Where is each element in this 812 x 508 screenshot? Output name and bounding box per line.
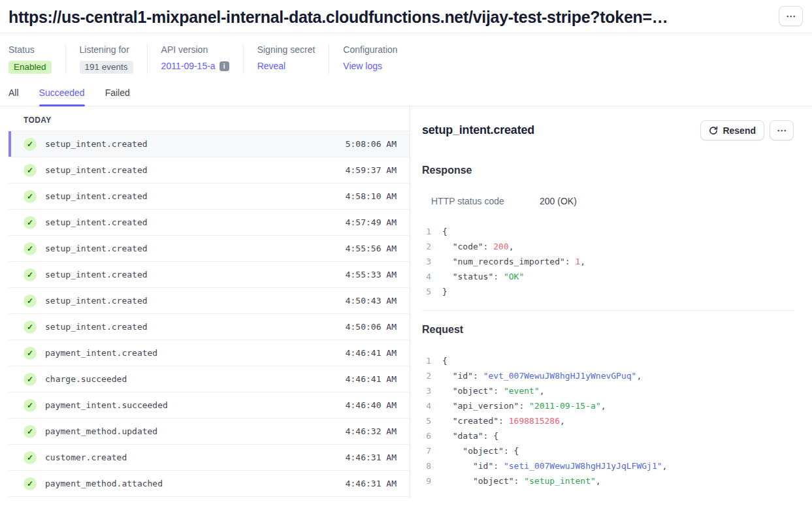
line-content: "object": {	[442, 443, 519, 458]
code-line: 5 "created": 1698815286,	[422, 413, 794, 428]
line-number: 9	[422, 473, 431, 488]
event-row[interactable]: ✓payment_intent.created4:46:41 AM	[8, 340, 410, 366]
event-time: 4:46:41 AM	[346, 348, 397, 358]
line-number: 5	[422, 413, 431, 428]
meta-col-listening-for: Listening for191 events	[65, 44, 147, 74]
event-name: payment_method.attached	[45, 479, 163, 488]
list-group-header: TODAY	[8, 106, 410, 131]
event-time: 4:50:43 AM	[346, 296, 397, 306]
code-token: "object": {	[442, 446, 519, 456]
success-check-icon: ✓	[24, 294, 37, 308]
event-row[interactable]: ✓setup_intent.created4:55:33 AM	[8, 262, 410, 288]
event-name: setup_intent.created	[45, 217, 148, 227]
event-row[interactable]: ✓setup_intent.created4:58:10 AM	[8, 183, 410, 210]
section-divider	[422, 310, 794, 311]
event-row[interactable]: ✓payment_method.updated4:46:32 AM	[8, 419, 410, 445]
header-overflow-button[interactable]: ⋯	[779, 6, 803, 26]
event-name: setup_intent.created	[45, 165, 148, 175]
http-status-label: HTTP status code	[431, 196, 540, 206]
meta-value: 191 events	[80, 61, 133, 74]
event-row[interactable]: ✓setup_intent.created4:55:56 AM	[8, 236, 410, 262]
view-logs-link[interactable]: View logs	[343, 61, 382, 71]
event-time: 4:59:37 AM	[346, 165, 397, 175]
line-number: 3	[422, 254, 431, 269]
detail-header: setup_intent.created Resend ⋯	[422, 120, 794, 140]
event-row[interactable]: ✓payment_method.attached4:46:31 AM	[8, 471, 410, 497]
event-count-badge: 191 events	[80, 61, 133, 74]
resend-button[interactable]: Resend	[700, 120, 764, 140]
code-token: "num_records_imported":	[442, 257, 576, 266]
event-row[interactable]: ✓setup_intent.created4:50:43 AM	[8, 288, 410, 314]
success-check-icon: ✓	[24, 399, 37, 412]
code-line: 1{	[422, 224, 794, 239]
event-name: setup_intent.created	[45, 191, 148, 201]
line-number: 1	[422, 353, 431, 368]
event-name: setup_intent.created	[45, 270, 148, 279]
meta-value: Reveal	[257, 61, 316, 71]
code-line: 3 "num_records_imported": 1,	[422, 254, 794, 269]
endpoint-url-title: https://us-central1-mixpanel-internal-da…	[8, 6, 768, 28]
success-check-icon: ✓	[24, 268, 37, 281]
code-token: "seti_007WewuJW8hgHJ1yJqLFWGj1"	[504, 461, 662, 471]
success-check-icon: ✓	[24, 477, 37, 490]
code-line: 3 "object": "event",	[422, 383, 794, 398]
detail-event-title: setup_intent.created	[422, 123, 534, 137]
code-token: ,	[601, 401, 606, 411]
code-line: 9 "object": "setup_intent",	[422, 473, 794, 488]
code-token: ,	[580, 257, 585, 266]
http-status-value: 200 (OK)	[540, 196, 577, 206]
event-name: setup_intent.created	[45, 322, 148, 332]
event-name: setup_intent.created	[45, 296, 148, 306]
event-row[interactable]: ✓setup_intent.created4:50:06 AM	[8, 314, 410, 340]
line-content: "object": "event",	[442, 383, 545, 398]
detail-overflow-button[interactable]: ⋯	[770, 120, 794, 140]
response-code-block: 1{2 "code": 200,3 "num_records_imported"…	[422, 224, 794, 299]
code-line: 8 "id": "seti_007WewuJW8hgHJ1yJqLFWGj1",	[422, 458, 794, 473]
code-token: }	[442, 287, 447, 296]
tab-succeeded[interactable]: Succeeded	[39, 87, 85, 106]
tab-all[interactable]: All	[8, 87, 19, 106]
meta-value: View logs	[343, 61, 397, 71]
overflow-icon: ⋯	[786, 10, 796, 22]
code-token: ,	[636, 371, 641, 381]
success-check-icon: ✓	[24, 190, 37, 203]
code-line: 1{	[422, 353, 794, 368]
tab-failed[interactable]: Failed	[105, 87, 130, 106]
reveal-link[interactable]: Reveal	[257, 61, 286, 71]
code-token: 1698815286	[509, 416, 560, 426]
line-number: 7	[422, 443, 431, 458]
event-time: 4:46:31 AM	[346, 479, 397, 488]
line-content: "id": "evt_007WewuJW8hgHJ1yWnevGPuq",	[442, 368, 641, 383]
event-row[interactable]: ✓setup_intent.created5:08:06 AM	[8, 131, 410, 157]
meta-label: Listening for	[80, 44, 133, 55]
code-line: 4 "status": "OK"	[422, 269, 794, 284]
event-detail-panel: setup_intent.created Resend ⋯ Response	[410, 106, 812, 499]
code-token: "event"	[504, 386, 540, 396]
event-row[interactable]: ✓charge.succeeded4:46:41 AM	[8, 366, 410, 392]
meta-col-status: StatusEnabled	[8, 44, 65, 74]
line-number: 2	[422, 368, 431, 383]
event-row[interactable]: ✓setup_intent.created4:57:49 AM	[8, 210, 410, 236]
code-token: "object":	[442, 476, 524, 486]
event-time: 4:58:10 AM	[346, 191, 397, 201]
line-content: }	[442, 284, 447, 299]
code-token: "api_version":	[442, 401, 529, 411]
success-check-icon: ✓	[24, 425, 37, 438]
event-time: 4:55:33 AM	[346, 270, 397, 279]
line-number: 3	[422, 383, 431, 398]
code-token: ,	[560, 416, 565, 426]
2011-09-15-a-link[interactable]: 2011-09-15-a	[161, 61, 216, 71]
line-number: 1	[422, 224, 431, 239]
event-time: 4:55:56 AM	[346, 244, 397, 253]
meta-col-api-version: API version2011-09-15-ai	[147, 44, 243, 74]
event-time: 5:08:06 AM	[346, 139, 397, 149]
meta-value: 2011-09-15-ai	[161, 61, 229, 71]
event-row[interactable]: ✓customer.created4:46:31 AM	[8, 445, 410, 471]
meta-value: Enabled	[8, 61, 52, 74]
code-token: "evt_007WewuJW8hgHJ1yWnevGPuq"	[483, 371, 637, 381]
event-row[interactable]: ✓payment_intent.succeeded4:46:40 AM	[8, 392, 410, 419]
event-row[interactable]: ✓setup_intent.created4:59:37 AM	[8, 157, 410, 183]
code-token: "created":	[442, 416, 509, 426]
success-check-icon: ✓	[24, 373, 37, 386]
event-rows: ✓setup_intent.created5:08:06 AM✓setup_in…	[8, 131, 410, 497]
